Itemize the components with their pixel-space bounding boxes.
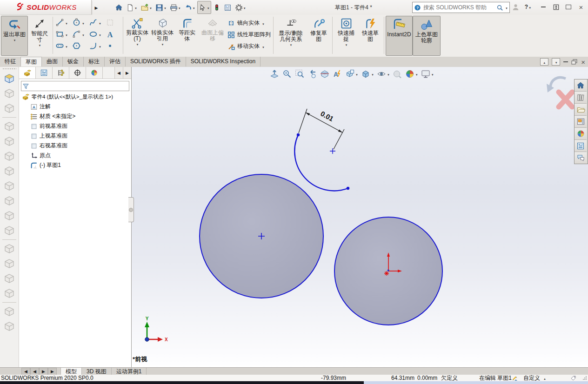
chevron-down-icon[interactable] <box>82 31 85 38</box>
save-button[interactable] <box>154 1 168 14</box>
tab-nav-next[interactable] <box>39 368 48 375</box>
tab-model[interactable]: 模型 <box>60 368 82 375</box>
arc-endpoint[interactable] <box>297 133 300 136</box>
hide-show-items-button[interactable] <box>376 68 390 79</box>
polygon-tool[interactable] <box>71 41 88 50</box>
sketch-arc[interactable] <box>294 135 348 191</box>
undo-button[interactable] <box>183 1 197 14</box>
arc-tool[interactable] <box>71 30 88 39</box>
instant2d-button[interactable]: Instant2D <box>386 16 413 56</box>
sketch-fillet-tool[interactable] <box>88 41 105 50</box>
tab-surfaces[interactable]: 曲面 <box>42 57 63 66</box>
unit-system-selector[interactable]: 自定义 <box>523 375 540 381</box>
select-cursor-button[interactable] <box>197 1 211 14</box>
tab-motion-study[interactable]: 运动算例1 <box>112 368 147 375</box>
menu-flyout-arrow[interactable] <box>93 2 100 13</box>
tree-item-top-plane[interactable]: 上视基准面 <box>19 131 131 141</box>
tab-3d-views[interactable]: 3D 视图 <box>82 368 112 375</box>
search-icon[interactable] <box>496 4 503 11</box>
tab-dimxpert-manager[interactable] <box>69 67 86 79</box>
panel-splitter-handle[interactable] <box>128 197 134 222</box>
sketch-canvas[interactable]: 0.01 Y X <box>132 67 588 367</box>
chevron-down-icon[interactable] <box>193 4 195 11</box>
toolbar-grip-handle[interactable] <box>2 68 16 70</box>
search-input[interactable] <box>422 4 495 11</box>
chevron-down-icon[interactable] <box>505 4 508 11</box>
linear-sketch-pattern-button[interactable]: 线性草图阵列 <box>226 29 272 40</box>
point-tool[interactable] <box>105 41 121 50</box>
chevron-down-icon[interactable] <box>355 71 358 77</box>
tab-nav-last[interactable] <box>48 368 57 375</box>
chevron-down-icon[interactable] <box>149 4 152 11</box>
minimize-button[interactable] <box>537 2 549 12</box>
new-document-button[interactable] <box>125 1 139 14</box>
chevron-down-icon[interactable] <box>164 4 167 11</box>
chevron-down-icon[interactable] <box>99 31 101 38</box>
mirror-entities-button[interactable]: 镜向实体 <box>226 17 272 29</box>
user-account-icon[interactable] <box>509 2 521 12</box>
chevron-down-icon[interactable] <box>13 37 16 44</box>
tag-icon[interactable] <box>570 375 576 381</box>
doc-close-button[interactable]: × <box>581 59 585 66</box>
traffic-light-icon[interactable] <box>212 1 222 14</box>
tab-nav-first[interactable] <box>21 368 30 375</box>
shaded-sketch-contours-button[interactable]: 上色草图轮廓 <box>413 16 441 56</box>
custom-properties-button[interactable] <box>575 140 587 152</box>
tab-feature-manager[interactable] <box>19 67 36 79</box>
chevron-down-icon[interactable] <box>82 20 85 26</box>
display-delete-relations-button[interactable]: 显示/删除几何关系 <box>275 16 307 47</box>
quick-snaps-button[interactable]: 快速捕捉 <box>334 16 358 47</box>
dimension-value[interactable]: 0.01 <box>319 109 335 123</box>
help-button[interactable]: ? <box>522 2 534 12</box>
view-settings-button[interactable] <box>420 68 434 79</box>
appearances-button[interactable] <box>575 128 587 140</box>
chevron-down-icon[interactable] <box>39 42 41 49</box>
circle-tool[interactable] <box>71 18 88 27</box>
spline-tool[interactable] <box>88 18 105 27</box>
file-explorer-button[interactable] <box>575 104 587 116</box>
view-orientation-button[interactable] <box>344 68 359 79</box>
print-button[interactable] <box>168 1 182 14</box>
ellipse-tool[interactable] <box>88 30 105 39</box>
tab-configuration-manager[interactable] <box>53 67 69 79</box>
chevron-down-icon[interactable] <box>387 71 390 77</box>
tree-root-part[interactable]: 零件4 (默认<<默认>_显示状态 1>) <box>19 92 131 102</box>
tree-item-origin[interactable]: 原点 <box>19 151 131 160</box>
properties-button[interactable] <box>222 1 233 14</box>
tab-annotation[interactable]: 标注 <box>84 57 105 66</box>
apply-scene-button[interactable] <box>404 68 419 79</box>
tree-item-right-plane[interactable]: 右视基准面 <box>19 141 131 151</box>
chevron-down-icon[interactable] <box>431 71 434 77</box>
chevron-down-icon[interactable] <box>134 4 137 11</box>
tab-nav-prev[interactable] <box>30 368 39 375</box>
section-view-button[interactable] <box>319 68 330 79</box>
quick-sketch-button[interactable]: 快速草图 <box>358 16 382 43</box>
resize-grip[interactable] <box>582 376 587 380</box>
move-entities-button[interactable]: 移动实体 <box>226 40 272 52</box>
chevron-down-icon[interactable] <box>178 4 181 11</box>
chevron-down-icon[interactable] <box>262 20 265 26</box>
confirmation-corner[interactable] <box>547 78 572 107</box>
design-library-button[interactable] <box>575 92 587 104</box>
edit-appearance-button[interactable] <box>392 68 403 79</box>
chevron-down-icon[interactable] <box>290 41 293 48</box>
close-button[interactable]: × <box>575 2 587 12</box>
solidworks-forum-button[interactable] <box>575 152 587 164</box>
slot-tool[interactable] <box>54 41 71 50</box>
doc-minimize-button[interactable] <box>563 61 568 62</box>
chevron-down-icon[interactable] <box>65 43 68 49</box>
tab-display-manager[interactable] <box>86 67 103 79</box>
expand-window-button[interactable] <box>550 2 562 12</box>
collapse-ribbon-button[interactable] <box>540 58 548 66</box>
tree-item-annotations[interactable]: 注解 <box>19 102 131 112</box>
solidworks-logo[interactable]: SOLIDWORKS <box>0 0 92 14</box>
repair-sketch-button[interactable]: 修复草图 <box>307 16 331 43</box>
line-tool[interactable] <box>54 18 71 27</box>
left-toolbar-icon[interactable] <box>3 72 16 85</box>
task-pane-home-button[interactable] <box>575 79 587 92</box>
view-palette-button[interactable] <box>575 116 587 128</box>
chevron-down-icon[interactable] <box>65 20 68 26</box>
chevron-down-icon[interactable] <box>371 71 374 77</box>
dynamic-annotation-views-button[interactable] <box>332 68 343 79</box>
rectangle-tool[interactable] <box>54 30 71 39</box>
